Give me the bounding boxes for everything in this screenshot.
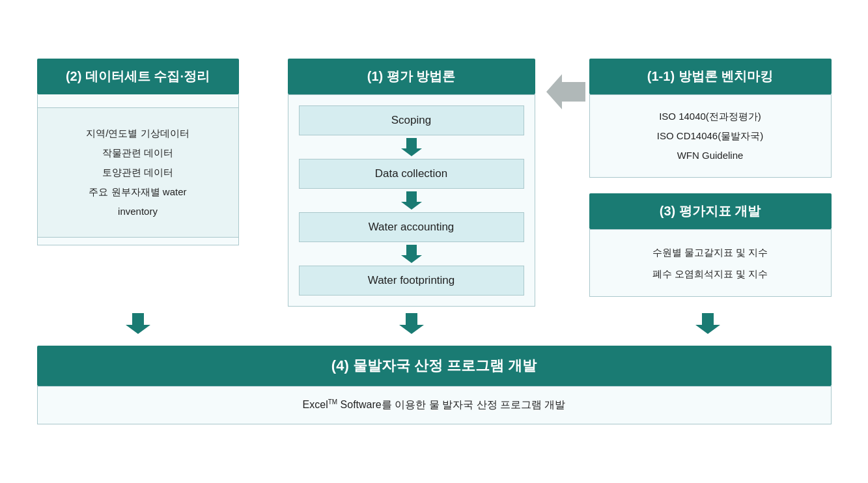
bottom-content: ExcelTM Software를 이용한 물 발자국 산정 프로그램 개발 (37, 386, 832, 424)
step-water-accounting: Water accounting (299, 212, 524, 242)
col1-line3: 토양관련 데이터 (86, 163, 189, 182)
step-data-collection: Data collection (299, 159, 524, 189)
col3-content1: ISO 14040(전과정평가) ISO CD14046(물발자국) WFN G… (589, 94, 832, 178)
svg-marker-4 (126, 313, 150, 334)
step-water-footprinting: Water footprinting (299, 266, 524, 296)
arrow-2 (401, 191, 422, 210)
svg-marker-6 (695, 313, 720, 334)
col3-line2: ISO CD14046(물발자국) (603, 126, 818, 146)
top-row: (2) 데이터세트 수집·정리 지역/연도별 기상데이터 작물관련 데이터 토양… (37, 59, 832, 307)
bottom-text: ExcelTM Software를 이용한 물 발자국 산정 프로그램 개발 (303, 399, 566, 410)
col3-line1: ISO 14040(전과정평가) (603, 107, 818, 126)
col1-line5: inventory (86, 202, 189, 221)
step-scoping: Scoping (299, 105, 524, 135)
svg-marker-2 (401, 245, 422, 263)
col2-header: (1) 평가 방법론 (288, 59, 535, 94)
col1-line2: 작물관련 데이터 (86, 143, 189, 163)
arrow-3 (401, 245, 422, 263)
col1-content: 지역/연도별 기상데이터 작물관련 데이터 토양관련 데이터 주요 원부자재별 … (37, 107, 239, 238)
col1-line1: 지역/연도별 기상데이터 (86, 124, 189, 143)
svg-marker-3 (546, 74, 585, 109)
col-center: (1) 평가 방법론 Scoping Data collection (288, 59, 535, 307)
bottom-arrow-right (584, 313, 832, 334)
col-left: (2) 데이터세트 수집·정리 지역/연도별 기상데이터 작물관련 데이터 토양… (37, 59, 239, 245)
gray-arrow-left (546, 59, 585, 109)
bottom-header: (4) 물발자국 산정 프로그램 개발 (37, 346, 832, 386)
col1-header: (2) 데이터세트 수집·정리 (37, 59, 239, 94)
col3-line4: 수원별 물고갈지표 및 지수 (603, 242, 818, 263)
bottom-arrow-left (37, 313, 239, 334)
svg-marker-5 (399, 313, 424, 334)
bottom-arrows-row (37, 313, 832, 334)
bottom-section: (4) 물발자국 산정 프로그램 개발 ExcelTM Software를 이용… (37, 346, 832, 424)
col3-line5: 폐수 오염희석지표 및 지수 (603, 263, 818, 284)
diagram-container: (2) 데이터세트 수집·정리 지역/연도별 기상데이터 작물관련 데이터 토양… (18, 46, 851, 437)
svg-marker-0 (401, 138, 422, 156)
col3-content2: 수원별 물고갈지표 및 지수 폐수 오염희석지표 및 지수 (589, 229, 832, 297)
col-right: (1-1) 방법론 벤치마킹 ISO 14040(전과정평가) ISO CD14… (584, 59, 832, 297)
col3-header2: (3) 평가지표 개발 (589, 193, 832, 229)
bottom-arrow-center (288, 313, 535, 334)
arrow-1 (401, 138, 422, 156)
col3-header1: (1-1) 방법론 벤치마킹 (589, 59, 832, 94)
col3-line3: WFN Guideline (603, 146, 818, 165)
svg-marker-1 (401, 191, 422, 210)
col1-line4: 주요 원부자재별 water (86, 182, 189, 202)
